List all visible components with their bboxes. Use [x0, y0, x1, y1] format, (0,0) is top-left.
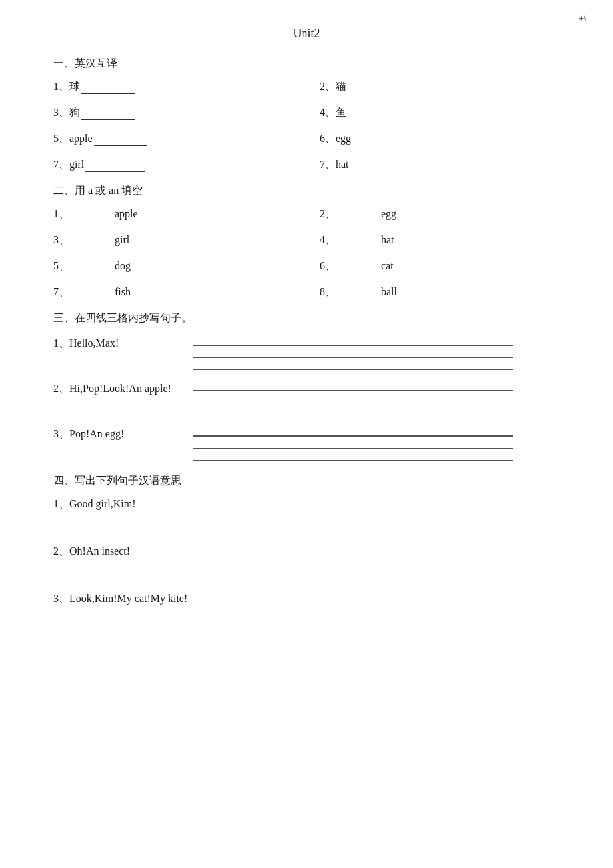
s2-item3: 3、girl	[53, 234, 129, 245]
writing-line	[193, 438, 513, 449]
s2-item6: 6、cat	[320, 260, 394, 271]
s1-blank3	[81, 108, 135, 120]
writing-line	[193, 450, 513, 461]
s2-item8: 8、ball	[320, 286, 397, 297]
s2-blank3	[72, 235, 112, 247]
section2-row1: 1、apple 2、egg	[53, 207, 560, 221]
section2-row2: 3、girl 4、hat	[53, 233, 560, 247]
s2-blank7	[72, 287, 112, 299]
s2-item2: 2、egg	[320, 208, 396, 219]
writing-line	[193, 347, 513, 358]
section2-title: 二、用 a 或 an 填空	[53, 184, 560, 198]
s4-label3: 3、Look,Kim!My cat!My kite!	[53, 592, 560, 606]
s3-label2: 2、Hi,Pop!Look!An apple!	[53, 381, 187, 396]
s4-label1: 1、Good girl,Kim!	[53, 497, 560, 511]
writing-line	[193, 426, 513, 437]
s1-item5: 5、apple	[53, 133, 147, 144]
s1-blank1	[81, 82, 135, 94]
writing-line	[193, 381, 513, 391]
s2-item4: 4、hat	[320, 234, 394, 245]
s1-item7: 7、girl	[53, 159, 145, 170]
s4-label2: 2、Oh!An insect!	[53, 545, 560, 559]
section4-item2: 2、Oh!An insect!	[53, 545, 560, 559]
s1-item7b: 7、hat	[320, 159, 349, 170]
s1-item3: 3、狗	[53, 107, 135, 118]
section3-title: 三、在四线三格内抄写句子。	[53, 311, 560, 325]
s3-lines2	[193, 381, 513, 417]
writing-line	[193, 393, 513, 403]
s2-item7: 7、fish	[53, 286, 131, 297]
page-title: Unit2	[53, 27, 560, 41]
s1-item2: 2、猫	[320, 81, 346, 92]
s2-blank8	[338, 287, 378, 299]
section4-item3: 3、Look,Kim!My cat!My kite!	[53, 592, 560, 606]
section4-item1: 1、Good girl,Kim!	[53, 497, 560, 511]
s2-item1: 1、apple	[53, 208, 138, 219]
writing-line	[193, 359, 513, 370]
s2-blank4	[338, 235, 378, 247]
section4-title: 四、写出下列句子汉语意思	[53, 474, 560, 488]
section1-row1: 1、球 2、猫	[53, 80, 560, 94]
section3-row1: 1、Hello,Max!	[53, 335, 560, 371]
s3-lines1	[193, 335, 513, 371]
section2-row3: 5、dog 6、cat	[53, 259, 560, 273]
s3-label1: 1、Hello,Max!	[53, 335, 187, 351]
section2-row4: 7、fish 8、ball	[53, 285, 560, 299]
s3-lines3	[193, 426, 513, 462]
s2-blank2	[338, 209, 378, 221]
writing-line	[193, 335, 513, 346]
s2-item5: 5、dog	[53, 260, 131, 271]
section1-row3: 5、apple 6、egg	[53, 132, 560, 146]
s2-blank5	[72, 261, 112, 273]
section1-title: 一、英汉互译	[53, 57, 560, 71]
s1-item6: 6、egg	[320, 133, 351, 144]
s2-blank1	[72, 209, 112, 221]
section1-row4: 7、girl 7、hat	[53, 158, 560, 172]
s1-blank5	[94, 134, 147, 146]
s1-item1: 1、球	[53, 81, 135, 92]
s3-label3: 3、Pop!An egg!	[53, 426, 187, 441]
s1-item4: 4、鱼	[320, 107, 346, 118]
s1-blank7	[85, 160, 145, 172]
writing-line	[193, 405, 513, 415]
section1-row2: 3、狗 4、鱼	[53, 106, 560, 120]
section3-row2: 2、Hi,Pop!Look!An apple!	[53, 381, 560, 417]
section3-row3: 3、Pop!An egg!	[53, 426, 560, 462]
corner-mark: +\	[578, 13, 586, 24]
s2-blank6	[338, 261, 378, 273]
